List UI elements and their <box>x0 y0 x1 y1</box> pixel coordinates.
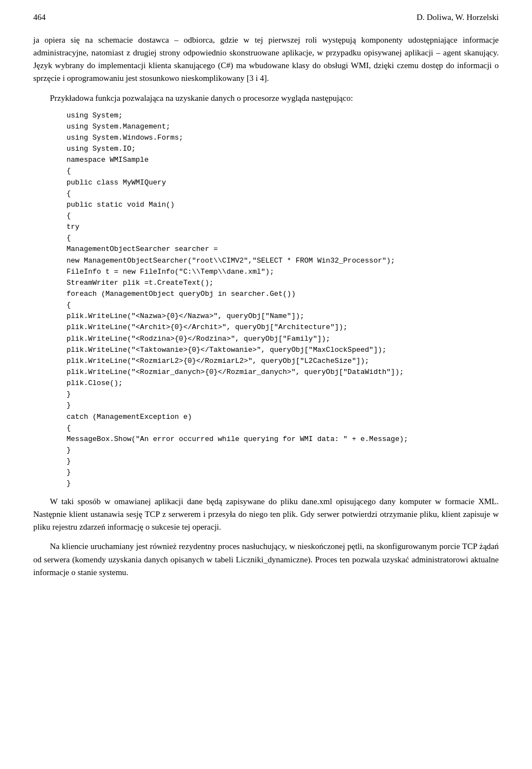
intro-paragraph: ja opiera się na schemacie dostawca – od… <box>33 34 499 85</box>
after-code-paragraph-1: W taki sposób w omawianej aplikacji dane… <box>33 495 499 534</box>
after-code-paragraph-2: Na kliencie uruchamiany jest również rez… <box>33 540 499 579</box>
page-header: 464 D. Doliwa, W. Horzelski <box>33 11 499 24</box>
author-line: D. Doliwa, W. Horzelski <box>417 11 499 24</box>
example-label: Przykładowa funkcja pozwalająca na uzysk… <box>33 92 499 105</box>
page-number: 464 <box>33 11 46 24</box>
code-block: using System; using System.Management; u… <box>66 110 499 490</box>
